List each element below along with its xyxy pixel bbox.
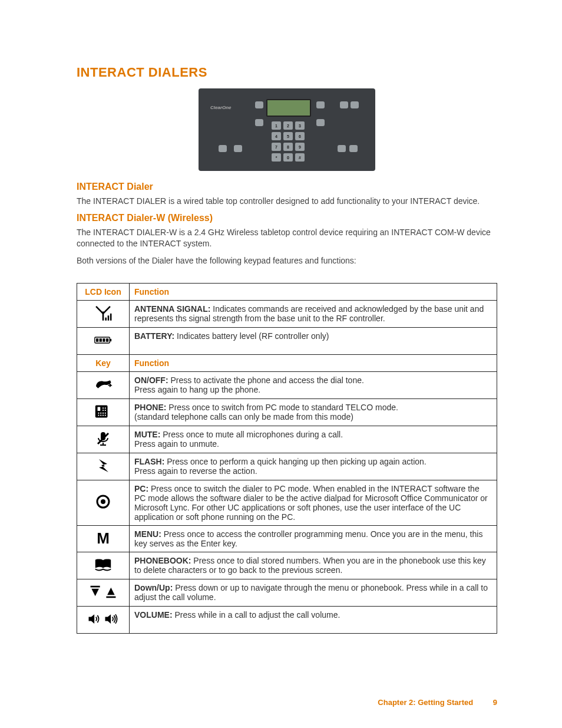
svg-rect-3 (110, 313, 112, 320)
svg-point-15 (105, 410, 106, 411)
row-text: Press once to perform a quick hanging up… (134, 457, 427, 476)
table-row: BATTERY: Indicates battery level (RF con… (77, 327, 497, 354)
row-kw: PHONEBOOK: (134, 556, 191, 565)
device-brand-label: ClearOne (210, 105, 232, 110)
svg-rect-7 (100, 338, 102, 342)
row-kw: Down/Up: (134, 583, 173, 592)
table-row: MUTE: Press once to mute all microphones… (77, 426, 497, 453)
svg-point-23 (105, 414, 106, 416)
volume-icon (77, 606, 130, 633)
row-kw: ANTENNA SIGNAL: (134, 304, 210, 314)
svg-point-17 (100, 412, 101, 413)
row-text: Press once to mute all microphones durin… (134, 430, 343, 449)
row-kw: VOLUME: (134, 610, 173, 620)
svg-point-14 (103, 410, 104, 411)
svg-point-21 (100, 414, 101, 416)
phone-icon (77, 398, 130, 426)
svg-point-18 (103, 412, 104, 413)
section-heading-dialer-w: INTERACT Dialer-W (Wireless) (77, 213, 497, 223)
svg-point-29 (101, 499, 105, 504)
table-header-lcdicon: LCD Icon (77, 283, 130, 300)
device-onoff-btn (219, 145, 227, 152)
row-kw: PHONE: (134, 403, 166, 412)
svg-point-12 (103, 407, 104, 409)
table-row: PC: Press once to switch the dialer to P… (77, 480, 497, 525)
svg-rect-9 (106, 338, 108, 342)
svg-rect-8 (103, 338, 105, 342)
svg-rect-1 (105, 317, 107, 320)
section-heading-dialer: INTERACT Dialer (77, 182, 497, 192)
svg-rect-11 (98, 407, 101, 411)
table-row: Down/Up: Press down or up to navigate th… (77, 579, 497, 606)
table-row: PHONEBOOK: Press once to dial stored num… (77, 552, 497, 579)
menu-icon: M (77, 525, 130, 552)
pc-icon (77, 480, 130, 525)
device-flash-btn (255, 119, 263, 126)
row-kw: MUTE: (134, 430, 160, 439)
table-header-key: Key (77, 354, 130, 371)
table-row: ANTENNA SIGNAL: Indicates commands are r… (77, 300, 497, 327)
footer-page-number: 9 (493, 698, 497, 707)
section-body-both: Both versions of the Dialer have the fol… (77, 255, 497, 266)
svg-rect-5 (110, 338, 111, 341)
row-kw: BATTERY: (134, 331, 174, 341)
table-row: ON/OFF: Press to activate the phone and … (77, 371, 497, 398)
device-lcd (266, 99, 311, 117)
functions-table: LCD Icon Function ANTENNA SIGNAL: Indica… (77, 283, 497, 634)
row-kw: ON/OFF: (134, 375, 168, 385)
phonebook-icon (77, 552, 130, 579)
device-menu-btn (316, 101, 325, 108)
table-row: VOLUME: Press while in a call to adjust … (77, 606, 497, 633)
table-header-function1: Function (130, 283, 497, 300)
svg-point-19 (105, 412, 106, 413)
page-title: INTERACT DIALERS (77, 65, 497, 80)
row-kw: PC: (134, 484, 148, 493)
svg-rect-6 (96, 338, 98, 342)
row-text: Press down or up to navigate through the… (134, 583, 488, 602)
row-text: Press to activate the phone and access t… (134, 375, 364, 394)
row-kw: FLASH: (134, 457, 164, 466)
down-up-icon (77, 579, 130, 606)
device-keypad: 123 456 789 *0# (272, 121, 305, 162)
document-page: INTERACT DIALERS ClearOne 123 456 789 *0… (0, 0, 562, 728)
row-text: Press once to switch the dialer to PC mo… (134, 484, 488, 522)
device-up-btn (351, 101, 359, 108)
device-mute-btn (255, 101, 263, 108)
section-body-dialer: The INTERACT DIALER is a wired table top… (77, 196, 497, 207)
table-row: PHONE: Press once to switch from PC mode… (77, 398, 497, 426)
svg-point-22 (103, 414, 104, 416)
onoff-icon (77, 371, 130, 398)
table-header-function2: Function (130, 354, 497, 371)
svg-point-16 (98, 412, 99, 413)
svg-rect-2 (108, 315, 110, 321)
footer-chapter: Chapter 2: Getting Started (378, 698, 473, 707)
battery-icon (77, 327, 130, 354)
table-row: FLASH: Press once to perform a quick han… (77, 453, 497, 480)
row-kw: MENU: (134, 529, 161, 539)
row-text: Press while in a call to adjust the call… (173, 610, 340, 620)
device-book-btn (316, 119, 325, 126)
device-photo: ClearOne 123 456 789 *0# (199, 88, 375, 171)
device-voldn-btn (338, 145, 346, 152)
device-phone-btn (234, 145, 242, 152)
section-body-dialer-w: The INTERACT DIALER-W is a 2.4 GHz Wirel… (77, 227, 497, 249)
svg-point-20 (98, 414, 99, 416)
svg-point-13 (105, 407, 106, 409)
flash-icon (77, 453, 130, 480)
mute-icon (77, 426, 130, 453)
page-footer: Chapter 2: Getting Started 9 (378, 698, 497, 707)
row-text: Indicates battery level (RF controller o… (174, 331, 329, 341)
row-text: Press once to access the controller prog… (134, 529, 482, 548)
row-text: Press once to switch from PC mode to sta… (134, 403, 398, 421)
device-down-btn (340, 101, 348, 108)
antenna-signal-icon (77, 300, 130, 327)
table-row: M MENU: Press once to access the control… (77, 525, 497, 552)
device-volup-btn (349, 145, 358, 152)
